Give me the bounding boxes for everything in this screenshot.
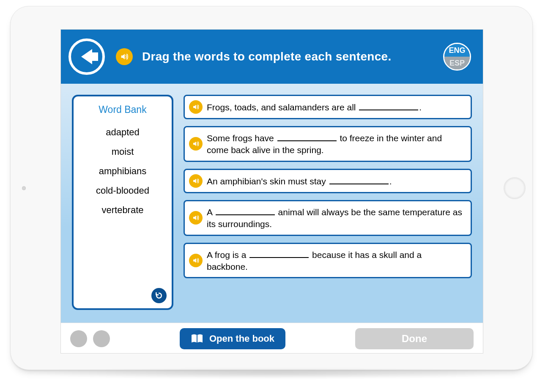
sentence-audio-button[interactable] — [189, 211, 203, 225]
speaker-icon — [120, 52, 129, 61]
tablet-camera — [22, 186, 26, 190]
sentence-audio-button[interactable] — [189, 100, 203, 114]
open-book-label: Open the book — [209, 333, 274, 344]
sentence-row[interactable]: Some frogs have to freeze in the winter … — [184, 126, 472, 162]
instruction-audio-button[interactable] — [116, 48, 133, 65]
sentence-row[interactable]: An amphibian's skin must stay . — [184, 169, 472, 193]
sentence-text: A frog is a because it has a skull and a… — [207, 248, 465, 273]
activity-body: Word Bank adapted moist amphibians cold-… — [61, 84, 483, 323]
book-icon — [191, 334, 203, 344]
speaker-icon — [192, 177, 200, 185]
done-label: Done — [402, 333, 427, 345]
word-bank-word[interactable]: adapted — [74, 124, 172, 141]
tablet-shadow — [19, 368, 526, 379]
word-bank-list: adapted moist amphibians cold-blooded ve… — [74, 121, 172, 222]
sentence-post: . — [419, 102, 422, 112]
speaker-icon — [192, 257, 200, 264]
app-screen: Drag the words to complete each sentence… — [60, 29, 483, 354]
sentence-pre: Frogs, toads, and salamanders are all — [207, 102, 358, 112]
progress-dot[interactable] — [93, 330, 110, 347]
sentence-blank[interactable] — [216, 206, 275, 215]
sentence-text: Frogs, toads, and salamanders are all . — [207, 101, 422, 113]
language-toggle[interactable]: ENG ESP — [443, 43, 471, 71]
sentence-audio-button[interactable] — [189, 137, 203, 151]
reset-icon — [155, 291, 163, 300]
app-footer: Open the book Done — [61, 323, 483, 354]
language-primary: ENG — [444, 44, 470, 57]
back-button[interactable] — [68, 38, 105, 75]
sentence-blank[interactable] — [359, 101, 418, 110]
sentence-row[interactable]: A animal will always be the same tempera… — [184, 200, 472, 236]
word-bank-panel: Word Bank adapted moist amphibians cold-… — [72, 95, 173, 310]
sentence-text: Some frogs have to freeze in the winter … — [207, 132, 465, 156]
app-header: Drag the words to complete each sentence… — [61, 30, 483, 84]
sentence-audio-button[interactable] — [189, 174, 203, 188]
tablet-home-button[interactable] — [504, 177, 526, 199]
word-bank-word[interactable]: cold-blooded — [74, 182, 172, 199]
sentence-row[interactable]: Frogs, toads, and salamanders are all . — [184, 95, 472, 119]
sentence-list: Frogs, toads, and salamanders are all . … — [184, 95, 472, 310]
sentence-audio-button[interactable] — [189, 254, 203, 267]
sentence-row[interactable]: A frog is a because it has a skull and a… — [184, 243, 472, 279]
word-bank-word[interactable]: vertebrate — [74, 202, 172, 219]
progress-dot[interactable] — [70, 330, 87, 347]
done-button[interactable]: Done — [355, 328, 474, 349]
open-book-button[interactable]: Open the book — [180, 328, 285, 349]
speaker-icon — [192, 140, 200, 148]
tablet-frame: Drag the words to complete each sentence… — [10, 6, 533, 370]
word-bank-word[interactable]: amphibians — [74, 163, 172, 180]
back-arrow-icon — [81, 49, 92, 64]
sentence-pre: A frog is a — [207, 250, 249, 260]
word-bank-title: Word Bank — [74, 96, 172, 121]
sentence-pre: Some frogs have — [207, 133, 277, 143]
reset-button[interactable] — [151, 288, 167, 303]
sentence-blank[interactable] — [277, 132, 337, 141]
sentence-blank[interactable] — [329, 175, 389, 184]
sentence-text: An amphibian's skin must stay . — [207, 175, 392, 187]
sentence-blank[interactable] — [249, 248, 309, 258]
sentence-text: A animal will always be the same tempera… — [207, 206, 465, 230]
sentence-post: . — [389, 176, 392, 186]
speaker-icon — [192, 214, 200, 222]
language-secondary: ESP — [444, 57, 470, 69]
sentence-pre: An amphibian's skin must stay — [207, 176, 329, 186]
word-bank-word[interactable]: moist — [74, 143, 172, 160]
instruction-text: Drag the words to complete each sentence… — [142, 49, 443, 64]
speaker-icon — [192, 103, 200, 111]
sentence-pre: A — [207, 207, 215, 217]
